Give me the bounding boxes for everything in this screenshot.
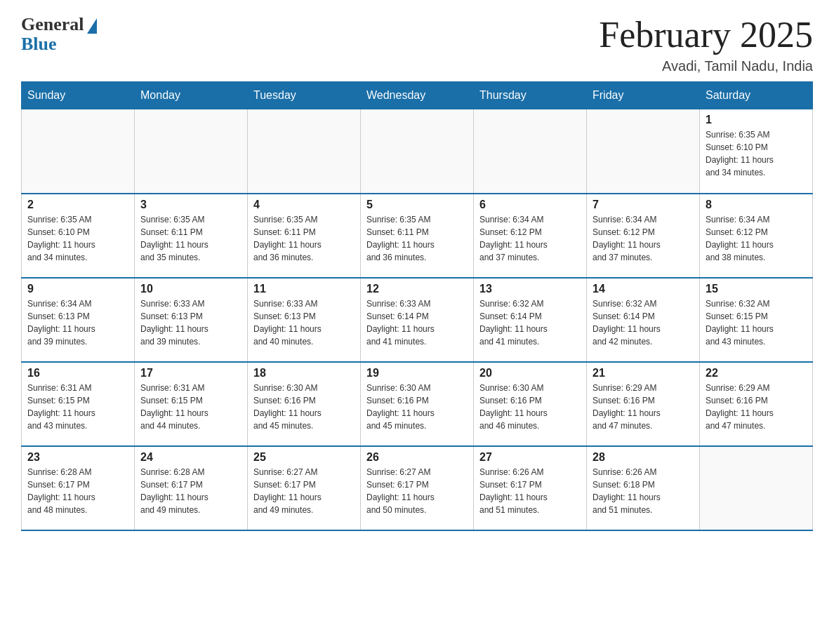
day-number: 24	[140, 451, 241, 464]
calendar-cell	[700, 446, 813, 530]
day-info: Sunrise: 6:31 AM Sunset: 6:15 PM Dayligh…	[140, 382, 241, 432]
calendar-cell: 25Sunrise: 6:27 AM Sunset: 6:17 PM Dayli…	[248, 446, 361, 530]
day-number: 19	[366, 367, 468, 380]
day-info: Sunrise: 6:30 AM Sunset: 6:16 PM Dayligh…	[366, 382, 468, 432]
day-info: Sunrise: 6:35 AM Sunset: 6:11 PM Dayligh…	[366, 213, 468, 264]
day-number: 14	[593, 283, 694, 295]
calendar-cell: 14Sunrise: 6:32 AM Sunset: 6:14 PM Dayli…	[587, 278, 700, 362]
day-header-friday: Friday	[587, 82, 700, 109]
calendar-cell: 19Sunrise: 6:30 AM Sunset: 6:16 PM Dayli…	[361, 362, 474, 446]
calendar-week-row: 1Sunrise: 6:35 AM Sunset: 6:10 PM Daylig…	[22, 109, 813, 194]
calendar-cell: 18Sunrise: 6:30 AM Sunset: 6:16 PM Dayli…	[248, 362, 361, 446]
calendar-cell: 10Sunrise: 6:33 AM Sunset: 6:13 PM Dayli…	[135, 278, 248, 362]
day-info: Sunrise: 6:27 AM Sunset: 6:17 PM Dayligh…	[253, 466, 355, 516]
day-info: Sunrise: 6:33 AM Sunset: 6:13 PM Dayligh…	[140, 297, 241, 348]
day-info: Sunrise: 6:29 AM Sunset: 6:16 PM Dayligh…	[593, 382, 694, 432]
calendar-header-row: SundayMondayTuesdayWednesdayThursdayFrid…	[22, 82, 813, 109]
logo-general-text: General	[21, 14, 84, 35]
location-text: Avadi, Tamil Nadu, India	[599, 58, 813, 74]
day-info: Sunrise: 6:31 AM Sunset: 6:15 PM Dayligh…	[27, 382, 128, 432]
logo-triangle-icon	[87, 18, 97, 34]
calendar-cell: 26Sunrise: 6:27 AM Sunset: 6:17 PM Dayli…	[361, 446, 474, 530]
day-number: 23	[27, 451, 128, 464]
day-number: 22	[706, 367, 807, 380]
calendar-week-row: 9Sunrise: 6:34 AM Sunset: 6:13 PM Daylig…	[22, 278, 813, 362]
month-title: February 2025	[599, 14, 813, 55]
calendar-cell: 3Sunrise: 6:35 AM Sunset: 6:11 PM Daylig…	[135, 194, 248, 278]
calendar-cell	[22, 109, 135, 194]
day-number: 1	[706, 114, 807, 126]
day-number: 20	[479, 367, 581, 380]
title-section: February 2025 Avadi, Tamil Nadu, India	[599, 14, 813, 74]
day-info: Sunrise: 6:35 AM Sunset: 6:11 PM Dayligh…	[140, 213, 241, 264]
day-header-tuesday: Tuesday	[248, 82, 361, 109]
calendar-cell: 4Sunrise: 6:35 AM Sunset: 6:11 PM Daylig…	[248, 194, 361, 278]
day-number: 26	[366, 451, 468, 464]
calendar-cell	[248, 109, 361, 194]
day-number: 2	[27, 199, 128, 211]
calendar-cell: 24Sunrise: 6:28 AM Sunset: 6:17 PM Dayli…	[135, 446, 248, 530]
day-number: 21	[593, 367, 694, 380]
calendar-cell: 21Sunrise: 6:29 AM Sunset: 6:16 PM Dayli…	[587, 362, 700, 446]
calendar-cell: 7Sunrise: 6:34 AM Sunset: 6:12 PM Daylig…	[587, 194, 700, 278]
day-info: Sunrise: 6:32 AM Sunset: 6:14 PM Dayligh…	[479, 297, 581, 348]
day-header-sunday: Sunday	[22, 82, 135, 109]
calendar-cell: 22Sunrise: 6:29 AM Sunset: 6:16 PM Dayli…	[700, 362, 813, 446]
day-number: 17	[140, 367, 241, 380]
calendar-week-row: 23Sunrise: 6:28 AM Sunset: 6:17 PM Dayli…	[22, 446, 813, 530]
logo: General Blue	[21, 14, 97, 55]
calendar-cell: 11Sunrise: 6:33 AM Sunset: 6:13 PM Dayli…	[248, 278, 361, 362]
calendar-week-row: 2Sunrise: 6:35 AM Sunset: 6:10 PM Daylig…	[22, 194, 813, 278]
day-number: 7	[593, 199, 694, 211]
day-info: Sunrise: 6:26 AM Sunset: 6:17 PM Dayligh…	[479, 466, 581, 516]
day-number: 18	[253, 367, 355, 380]
day-number: 6	[479, 199, 581, 211]
calendar-cell: 27Sunrise: 6:26 AM Sunset: 6:17 PM Dayli…	[474, 446, 587, 530]
calendar-cell	[474, 109, 587, 194]
day-number: 16	[27, 367, 128, 380]
day-info: Sunrise: 6:34 AM Sunset: 6:12 PM Dayligh…	[479, 213, 581, 264]
page-header: General Blue February 2025 Avadi, Tamil …	[21, 14, 813, 74]
calendar-cell: 2Sunrise: 6:35 AM Sunset: 6:10 PM Daylig…	[22, 194, 135, 278]
day-info: Sunrise: 6:32 AM Sunset: 6:15 PM Dayligh…	[706, 297, 807, 348]
day-header-wednesday: Wednesday	[361, 82, 474, 109]
calendar-cell: 12Sunrise: 6:33 AM Sunset: 6:14 PM Dayli…	[361, 278, 474, 362]
calendar-cell: 1Sunrise: 6:35 AM Sunset: 6:10 PM Daylig…	[700, 109, 813, 194]
day-info: Sunrise: 6:35 AM Sunset: 6:11 PM Dayligh…	[253, 213, 355, 264]
day-info: Sunrise: 6:30 AM Sunset: 6:16 PM Dayligh…	[479, 382, 581, 432]
day-info: Sunrise: 6:27 AM Sunset: 6:17 PM Dayligh…	[366, 466, 468, 516]
day-info: Sunrise: 6:33 AM Sunset: 6:14 PM Dayligh…	[366, 297, 468, 348]
day-info: Sunrise: 6:29 AM Sunset: 6:16 PM Dayligh…	[706, 382, 807, 432]
day-info: Sunrise: 6:26 AM Sunset: 6:18 PM Dayligh…	[593, 466, 694, 516]
day-number: 15	[706, 283, 807, 295]
day-number: 27	[479, 451, 581, 464]
calendar-cell	[361, 109, 474, 194]
day-info: Sunrise: 6:30 AM Sunset: 6:16 PM Dayligh…	[253, 382, 355, 432]
calendar-cell: 6Sunrise: 6:34 AM Sunset: 6:12 PM Daylig…	[474, 194, 587, 278]
day-info: Sunrise: 6:33 AM Sunset: 6:13 PM Dayligh…	[253, 297, 355, 348]
day-header-saturday: Saturday	[700, 82, 813, 109]
calendar-cell: 9Sunrise: 6:34 AM Sunset: 6:13 PM Daylig…	[22, 278, 135, 362]
calendar-cell: 13Sunrise: 6:32 AM Sunset: 6:14 PM Dayli…	[474, 278, 587, 362]
calendar-cell: 5Sunrise: 6:35 AM Sunset: 6:11 PM Daylig…	[361, 194, 474, 278]
calendar-week-row: 16Sunrise: 6:31 AM Sunset: 6:15 PM Dayli…	[22, 362, 813, 446]
calendar-cell: 17Sunrise: 6:31 AM Sunset: 6:15 PM Dayli…	[135, 362, 248, 446]
day-header-thursday: Thursday	[474, 82, 587, 109]
day-info: Sunrise: 6:34 AM Sunset: 6:13 PM Dayligh…	[27, 297, 128, 348]
day-info: Sunrise: 6:34 AM Sunset: 6:12 PM Dayligh…	[706, 213, 807, 264]
day-number: 10	[140, 283, 241, 295]
day-info: Sunrise: 6:32 AM Sunset: 6:14 PM Dayligh…	[593, 297, 694, 348]
calendar-cell: 15Sunrise: 6:32 AM Sunset: 6:15 PM Dayli…	[700, 278, 813, 362]
day-number: 12	[366, 283, 468, 295]
day-number: 9	[27, 283, 128, 295]
calendar-cell: 16Sunrise: 6:31 AM Sunset: 6:15 PM Dayli…	[22, 362, 135, 446]
calendar-cell: 23Sunrise: 6:28 AM Sunset: 6:17 PM Dayli…	[22, 446, 135, 530]
day-number: 4	[253, 199, 355, 211]
day-info: Sunrise: 6:35 AM Sunset: 6:10 PM Dayligh…	[706, 128, 807, 179]
day-number: 8	[706, 199, 807, 211]
calendar-cell	[135, 109, 248, 194]
day-header-monday: Monday	[135, 82, 248, 109]
day-number: 13	[479, 283, 581, 295]
calendar-table: SundayMondayTuesdayWednesdayThursdayFrid…	[21, 81, 813, 531]
calendar-cell	[587, 109, 700, 194]
